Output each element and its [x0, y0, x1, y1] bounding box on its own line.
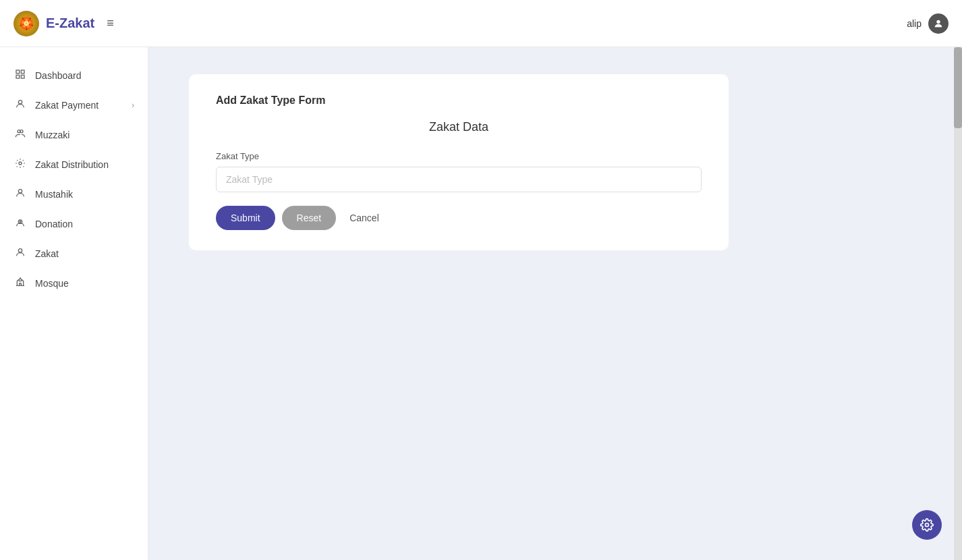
sidebar-label-mosque: Mosque	[35, 278, 69, 289]
svg-point-7	[20, 130, 23, 133]
sidebar-label-zakat: Zakat	[35, 248, 59, 259]
logo-icon: 🏵️	[13, 11, 39, 36]
sidebar-label-zakat-payment: Zakat Payment	[35, 100, 98, 111]
cancel-button[interactable]: Cancel	[343, 206, 386, 230]
user-avatar-icon[interactable]	[928, 13, 949, 34]
chevron-right-icon: ›	[132, 101, 134, 110]
form-card: Add Zakat Type Form Zakat Data Zakat Typ…	[189, 74, 729, 250]
zakat-type-field-group: Zakat Type	[216, 151, 702, 192]
sidebar-label-zakat-distribution: Zakat Distribution	[35, 159, 109, 170]
zakat-distribution-icon	[13, 158, 27, 171]
body-wrapper: Dashboard Zakat Payment › Muzzaki	[0, 47, 962, 560]
main-content: Add Zakat Type Form Zakat Data Zakat Typ…	[148, 47, 962, 560]
svg-point-8	[19, 162, 22, 165]
svg-point-13	[926, 524, 929, 527]
header-left: 🏵️ E-Zakat ≡	[13, 11, 115, 36]
sidebar-item-zakat-distribution[interactable]: Zakat Distribution	[0, 150, 148, 179]
donation-icon	[13, 217, 27, 231]
sidebar-item-donation[interactable]: Donation	[0, 209, 148, 239]
settings-fab-button[interactable]	[912, 510, 942, 540]
sidebar-label-donation: Donation	[35, 219, 73, 229]
app-name: E-Zakat	[46, 16, 94, 31]
svg-point-0	[936, 20, 940, 23]
sidebar-item-zakat[interactable]: Zakat	[0, 239, 148, 269]
logo-emoji: 🏵️	[19, 16, 34, 31]
svg-point-11	[20, 221, 20, 222]
zakat-type-input[interactable]	[216, 167, 702, 192]
sidebar-item-muzzaki[interactable]: Muzzaki	[0, 120, 148, 150]
svg-point-9	[18, 190, 22, 193]
svg-rect-4	[21, 75, 24, 78]
mosque-icon	[13, 277, 27, 290]
dashboard-icon	[13, 69, 27, 82]
form-card-title: Add Zakat Type Form	[216, 94, 702, 107]
sidebar-item-mosque[interactable]: Mosque	[0, 269, 148, 298]
sidebar-label-mustahik: Mustahik	[35, 189, 73, 200]
scrollbar-thumb[interactable]	[954, 47, 962, 128]
logo-wrapper: 🏵️ E-Zakat	[13, 11, 94, 36]
form-section-title: Zakat Data	[216, 120, 702, 134]
app-header: 🏵️ E-Zakat ≡ alip	[0, 0, 962, 47]
reset-button[interactable]: Reset	[282, 206, 337, 230]
submit-button[interactable]: Submit	[216, 206, 275, 230]
header-right: alip	[907, 13, 949, 34]
zakat-icon	[13, 247, 27, 260]
svg-rect-3	[16, 75, 20, 78]
sidebar-label-muzzaki: Muzzaki	[35, 130, 69, 140]
sidebar-item-zakat-payment[interactable]: Zakat Payment ›	[0, 90, 148, 120]
sidebar-label-dashboard: Dashboard	[35, 70, 82, 81]
sidebar: Dashboard Zakat Payment › Muzzaki	[0, 47, 148, 560]
svg-point-12	[18, 249, 22, 252]
mustahik-icon	[13, 188, 27, 201]
svg-rect-1	[16, 70, 20, 74]
scrollbar-track	[954, 47, 962, 560]
sidebar-item-dashboard[interactable]: Dashboard	[0, 61, 148, 90]
sidebar-item-mustahik[interactable]: Mustahik	[0, 179, 148, 209]
zakat-payment-icon	[13, 99, 27, 112]
muzzaki-icon	[13, 128, 27, 142]
svg-point-5	[18, 101, 22, 104]
username-label: alip	[907, 18, 922, 29]
zakat-type-label: Zakat Type	[216, 151, 702, 161]
svg-rect-2	[21, 70, 24, 74]
hamburger-menu-icon[interactable]: ≡	[107, 16, 115, 30]
form-actions: Submit Reset Cancel	[216, 206, 702, 230]
